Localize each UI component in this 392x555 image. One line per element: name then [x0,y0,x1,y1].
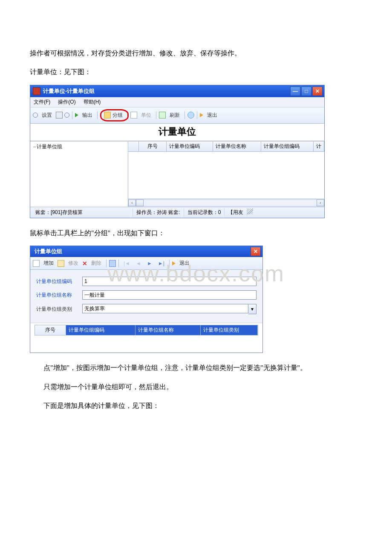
scroll-right-icon[interactable]: › [317,199,324,206]
label-group-name: 计量单位组名称 [36,292,79,299]
group-button-highlight: 分组 [100,109,129,121]
tree-root-item[interactable]: 计量单位组 [33,143,125,150]
col-seq[interactable]: 序号 [139,142,167,151]
window-measure-unit-group: 计量单位组 ✕ 增加 修改 ✕ 删除 |◄ ◄ ► ►| 退出 计量单位组编码 [30,246,263,353]
paragraph: 计量单位：见下图： [30,66,362,78]
output-button[interactable]: 输出 [80,111,95,120]
app-icon [33,87,40,95]
nav-prev-icon[interactable]: ◄ [134,260,143,267]
minimize-button[interactable]: — [290,87,300,96]
window-measure-unit: 计量单位-计量单位组 — □ ✕ 文件(F) 操作(O) 帮助(H) 设置 输出… [30,85,325,218]
form-panel: 计量单位组编码 1 计量单位组名称 一般计量 计量单位组类别 无换算率 ▾ [30,270,262,323]
col-group-code[interactable]: 计量单位组编码 [66,325,135,335]
grid-body [128,152,324,199]
refresh-button[interactable]: 刷新 [167,111,182,120]
search-icon[interactable] [33,113,38,118]
menu-help[interactable]: 帮助(H) [84,98,101,106]
toolbar: 增加 修改 ✕ 删除 |◄ ◄ ► ►| 退出 [30,257,262,270]
print-icon[interactable] [56,112,63,119]
menu-file[interactable]: 文件(F) [34,98,50,106]
col-code[interactable]: 计量单位编码 [167,142,213,151]
col-extra[interactable]: 计 [314,142,324,151]
window-title: 计量单位-计量单位组 [43,87,95,95]
exit-icon [172,261,176,266]
unit-icon [130,112,137,119]
delete-button[interactable]: 删除 [89,259,104,268]
chevron-down-icon[interactable]: ▾ [248,304,257,314]
tree-panel: 计量单位组 [30,142,128,207]
grid-header: 序号 计量单位编码 计量单位名称 计量单位组编码 计 [128,142,324,152]
resize-grip-icon[interactable] [247,208,253,214]
exit-button[interactable]: 退出 [205,111,219,120]
nav-first-icon[interactable]: |◄ [121,260,132,267]
label-group-code: 计量单位组编码 [36,278,79,285]
exit-icon [200,113,203,117]
grid-panel: 序号 计量单位编码 计量单位名称 计量单位组编码 计 ‹ › [128,142,324,207]
unit-button[interactable]: 单位 [139,111,153,120]
add-icon [33,260,40,267]
edit-button[interactable]: 修改 [66,259,81,268]
preview-icon[interactable] [64,113,69,118]
paragraph: 点"增加"，按图示增加一个计量单位组，注意，计量单位组类别一定要选"无换算计量"… [30,361,362,374]
scroll-thumb[interactable] [136,199,144,206]
status-operator: 操作员：孙涛 账套: [133,208,184,217]
page-title: 计量单位 [30,124,324,141]
col-group-type[interactable]: 计量单位组类别 [201,325,258,335]
toolbar: 设置 输出 分组 单位 刷新 退出 [30,107,324,124]
status-brand: 【用友 [225,208,247,217]
close-button[interactable]: ✕ [312,87,323,96]
exit-button[interactable]: 退出 [177,259,192,268]
input-group-code[interactable]: 1 [82,277,257,286]
folder-icon [104,112,111,119]
menu-operate[interactable]: 操作(O) [58,98,75,106]
close-button[interactable]: ✕ [251,247,261,256]
nav-next-icon[interactable]: ► [145,260,154,267]
group-button[interactable]: 分组 [111,111,125,120]
scroll-left-icon[interactable]: ‹ [128,199,136,206]
col-group-code[interactable]: 计量单位组编码 [261,142,314,151]
label-group-type: 计量单位组类别 [36,306,79,313]
window-title: 计量单位组 [35,248,62,255]
settings-button[interactable]: 设置 [40,111,54,120]
col-name[interactable]: 计量单位名称 [213,142,261,151]
col-seq[interactable]: 序号 [35,325,66,335]
grid-panel: 序号 计量单位组编码 计量单位组名称 计量单位组类别 [30,323,262,353]
delete-icon: ✕ [82,260,87,267]
col-group-name[interactable]: 计量单位组名称 [135,325,201,335]
status-account: 账套：[901]存货核算 [32,208,133,217]
paragraph: 只需增加一个计量单位组即可，然后退出。 [30,381,362,393]
paragraph: 鼠标单击工具栏上的"分组"，出现如下窗口： [30,227,362,240]
refresh-icon [159,112,166,119]
input-group-name[interactable]: 一般计量 [82,290,257,300]
select-group-type[interactable]: 无换算率 [82,304,248,313]
status-bar: 账套：[901]存货核算 操作员：孙涛 账套: 当前记录数：0 【用友 [30,207,324,218]
output-icon [75,113,78,117]
paragraph: 操作者可根据情况，对存货分类进行增加、修改、放弃、保存等操作。 [30,47,362,60]
grid-header: 序号 计量单位组编码 计量单位组名称 计量单位组类别 [35,325,258,335]
title-bar: 计量单位-计量单位组 — □ ✕ [30,85,324,97]
title-bar: 计量单位组 ✕ [30,246,262,257]
nav-last-icon[interactable]: ►| [156,260,167,267]
add-button[interactable]: 增加 [41,259,56,268]
status-records: 当前记录数：0 [184,208,225,217]
paragraph: 下面是增加具体的计量单位，见下图： [30,399,362,412]
edit-icon [58,260,64,267]
save-icon[interactable] [109,260,116,267]
menu-bar: 文件(F) 操作(O) 帮助(H) [30,97,324,107]
horizontal-scrollbar[interactable]: ‹ › [128,199,324,207]
help-icon[interactable] [187,112,194,119]
maximize-button[interactable]: □ [301,87,311,96]
